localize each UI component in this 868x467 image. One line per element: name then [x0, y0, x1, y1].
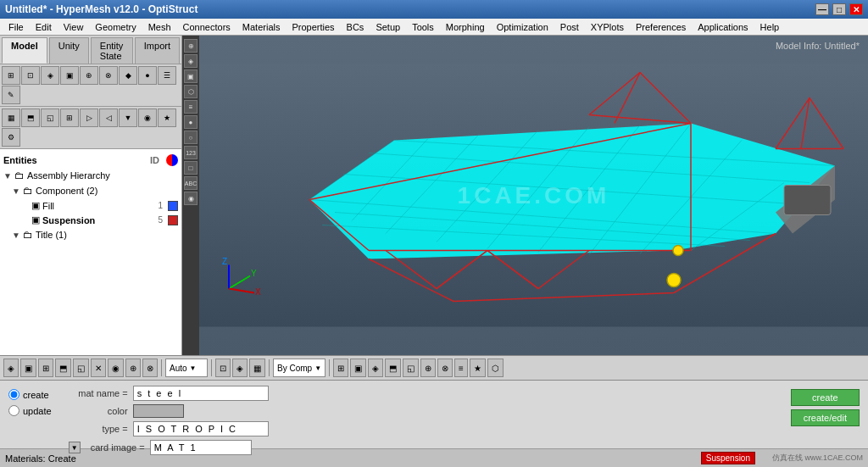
btm-btn-15[interactable]: ⊕ — [420, 359, 436, 377]
tb1-btn7[interactable]: ◆ — [119, 66, 137, 85]
tree-row-suspension[interactable]: ▣ Suspension 5 — [20, 213, 178, 227]
menu-view[interactable]: View — [58, 20, 89, 34]
tree-panel[interactable]: Entities ID ▼ 🗀 Assembly Hierarchy ▼ 🗀 C… — [0, 149, 181, 355]
btm-btn-13[interactable]: ⬒ — [385, 359, 401, 377]
btm-btn-3[interactable]: ⊞ — [38, 359, 53, 377]
side-icon-6[interactable]: ● — [184, 115, 198, 129]
tb1-btn6[interactable]: ⊗ — [99, 66, 118, 85]
tb2-btn9[interactable]: ★ — [158, 108, 176, 127]
menu-mesh[interactable]: Mesh — [143, 20, 176, 34]
btm-btn-6[interactable]: ✕ — [91, 359, 106, 377]
tb2-btn7[interactable]: ▼ — [119, 108, 137, 127]
tb1-btn1[interactable]: ⊞ — [2, 66, 20, 85]
card-image-input[interactable] — [150, 440, 252, 455]
radio-create[interactable] — [8, 389, 19, 400]
auto-dropdown[interactable]: Auto ▼ — [165, 359, 208, 377]
btm-btn-11[interactable]: ▣ — [350, 359, 366, 377]
btm-btn-9[interactable]: ⊗ — [142, 359, 158, 377]
btm-btn-18[interactable]: ★ — [470, 359, 486, 377]
radio-update[interactable] — [8, 405, 19, 416]
tb1-btn10[interactable]: ✎ — [2, 86, 20, 104]
btm-btn-19[interactable]: ⬡ — [487, 359, 504, 377]
bycomp-dropdown[interactable]: By Comp ▼ — [273, 359, 326, 377]
side-icon-7[interactable]: ○ — [184, 131, 198, 144]
side-icon-10[interactable]: ABC — [184, 176, 198, 190]
tb1-btn4[interactable]: ▣ — [60, 66, 79, 85]
maximize-button[interactable]: □ — [832, 3, 846, 15]
side-icon-8[interactable]: 123 — [184, 146, 198, 159]
tree-row-component[interactable]: ▼ 🗀 Component (2) — [12, 183, 178, 198]
btm-shade-btn[interactable]: ◈ — [232, 359, 248, 377]
menu-preferences[interactable]: Preferences — [631, 20, 691, 34]
btm-btn-17[interactable]: ≡ — [454, 359, 468, 377]
side-icon-9[interactable]: □ — [184, 161, 198, 175]
tb2-btn3[interactable]: ◱ — [41, 108, 59, 127]
color-picker[interactable] — [133, 404, 184, 418]
create-edit-button[interactable]: create/edit — [791, 409, 860, 426]
btm-btn-2[interactable]: ▣ — [20, 359, 36, 377]
tab-model[interactable]: Model — [2, 37, 47, 64]
menu-edit[interactable]: Edit — [31, 20, 57, 34]
tab-import[interactable]: Import — [135, 37, 180, 64]
svg-point-29 — [673, 246, 683, 256]
tb1-btn8[interactable]: ● — [138, 66, 157, 85]
menu-xyplots[interactable]: XYPlots — [586, 20, 629, 34]
tb1-btn3[interactable]: ◈ — [41, 66, 59, 85]
tree-row-assembly[interactable]: ▼ 🗀 Assembly Hierarchy — [3, 168, 178, 183]
side-icon-3[interactable]: ▣ — [184, 69, 198, 83]
tb2-btn10[interactable]: ⚙ — [2, 128, 20, 147]
btm-btn-12[interactable]: ◈ — [368, 359, 383, 377]
tb2-btn2[interactable]: ⬒ — [21, 108, 40, 127]
menu-file[interactable]: File — [3, 20, 29, 34]
menu-applications[interactable]: Applications — [693, 20, 753, 34]
tree-row-title[interactable]: ▼ 🗀 Title (1) — [12, 227, 178, 242]
tb2-btn5[interactable]: ▷ — [80, 108, 98, 127]
btm-btn-16[interactable]: ⊗ — [437, 359, 453, 377]
btm-btn-5[interactable]: ◱ — [73, 359, 89, 377]
btm-btn-1[interactable]: ◈ — [3, 359, 19, 377]
mat-name-input[interactable] — [133, 386, 269, 401]
type-input[interactable] — [133, 421, 269, 436]
side-icon-5[interactable]: ≡ — [184, 100, 198, 114]
suspension-color[interactable] — [168, 215, 178, 225]
menu-post[interactable]: Post — [555, 20, 584, 34]
tb2-btn1[interactable]: ▦ — [2, 108, 20, 127]
btm-btn-8[interactable]: ⊕ — [125, 359, 141, 377]
viewport[interactable]: Model Info: Untitled* — [199, 36, 868, 355]
tb2-btn6[interactable]: ◁ — [99, 108, 118, 127]
btm-mesh-btn[interactable]: ▦ — [249, 359, 265, 377]
tb1-btn2[interactable]: ⊡ — [21, 66, 40, 85]
tree-row-fill[interactable]: ▣ Fill 1 — [20, 198, 178, 213]
menu-materials[interactable]: Materials — [237, 20, 286, 34]
btm-btn-7[interactable]: ◉ — [108, 359, 124, 377]
tb1-btn9[interactable]: ☰ — [158, 66, 176, 85]
btm-btn-14[interactable]: ◱ — [403, 359, 419, 377]
side-icon-2[interactable]: ◈ — [184, 54, 198, 68]
tb2-btn8[interactable]: ◉ — [138, 108, 157, 127]
btm-btn-10[interactable]: ⊞ — [333, 359, 348, 377]
tab-entity-state[interactable]: Entity State — [91, 37, 133, 64]
btm-filter-btn[interactable]: ⊡ — [215, 359, 231, 377]
side-icon-4[interactable]: ⬡ — [184, 85, 198, 98]
menu-geometry[interactable]: Geometry — [90, 20, 141, 34]
menu-help[interactable]: Help — [755, 20, 785, 34]
create-button[interactable]: create — [791, 389, 860, 406]
card-image-arrow[interactable]: ▼ — [69, 442, 81, 453]
tab-unity[interactable]: Unity — [49, 37, 89, 64]
close-button[interactable]: ✕ — [849, 3, 863, 15]
menu-optimization[interactable]: Optimization — [492, 20, 554, 34]
menu-setup[interactable]: Setup — [370, 20, 405, 34]
type-row: type = — [69, 421, 774, 436]
menu-morphing[interactable]: Morphing — [441, 20, 490, 34]
side-icon-1[interactable]: ⊕ — [184, 39, 198, 53]
menu-tools[interactable]: Tools — [407, 20, 439, 34]
tb1-btn5[interactable]: ⊕ — [80, 66, 98, 85]
tb2-btn4[interactable]: ⊞ — [60, 108, 79, 127]
menu-properties[interactable]: Properties — [287, 20, 339, 34]
side-icon-11[interactable]: ◉ — [184, 192, 198, 205]
menu-connectors[interactable]: Connectors — [178, 20, 236, 34]
btm-btn-4[interactable]: ⬒ — [55, 359, 71, 377]
fill-color[interactable] — [168, 201, 178, 211]
minimize-button[interactable]: — — [815, 3, 829, 15]
menu-bcs[interactable]: BCs — [342, 20, 370, 34]
